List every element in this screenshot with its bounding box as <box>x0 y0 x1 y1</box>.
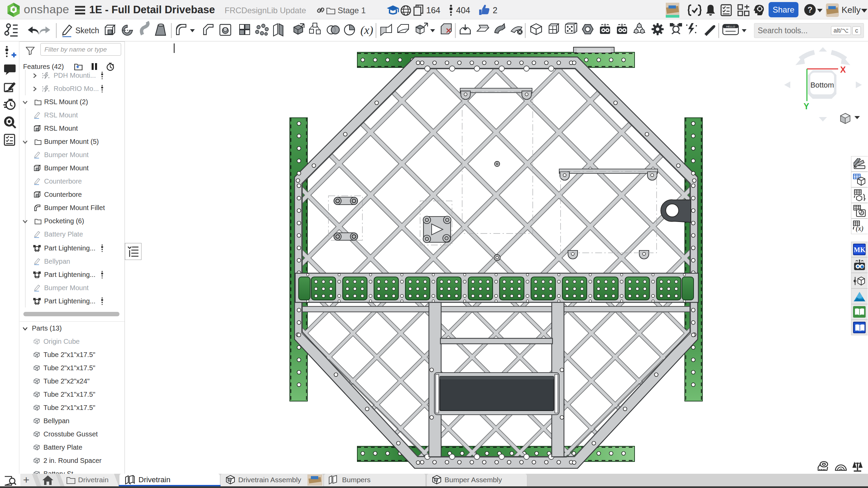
svg-text:Sketch: Sketch <box>75 26 99 35</box>
svg-text:Bottom: Bottom <box>810 81 834 89</box>
svg-text:?: ? <box>808 5 813 14</box>
svg-text:HELLO: HELLO <box>726 25 735 28</box>
svg-text:(x): (x) <box>360 24 373 37</box>
svg-text:X: X <box>840 65 846 74</box>
svg-text:Y: Y <box>804 101 809 111</box>
svg-text:(x): (x) <box>856 225 864 232</box>
